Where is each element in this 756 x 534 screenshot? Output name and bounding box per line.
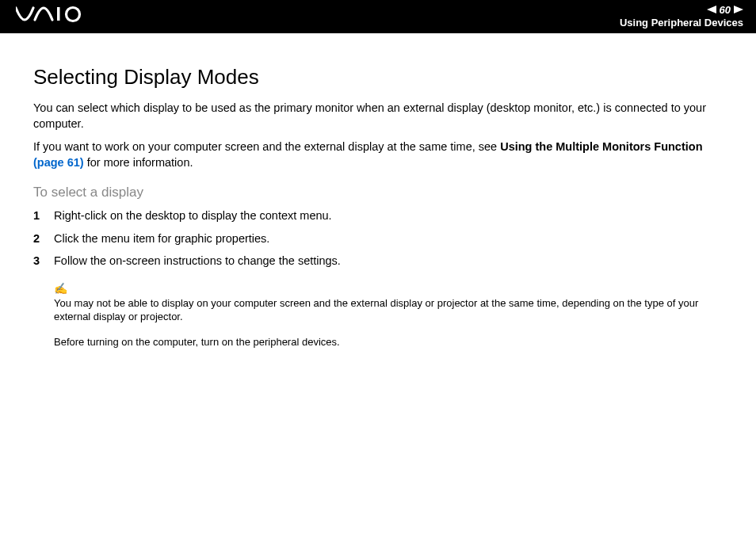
step-number: 2 [33,231,54,247]
step-text: Follow the on-screen instructions to cha… [54,254,341,269]
page-nav: 60 [620,5,743,15]
step-text: Click the menu item for graphic properti… [54,231,269,247]
vaio-logo [16,6,87,28]
note-icon: ✍ [54,282,723,295]
note-text-1: You may not be able to display on your c… [54,296,723,324]
page-title: Selecting Display Modes [33,65,723,90]
svg-rect-0 [57,7,60,21]
note-block: ✍ You may not be able to display on your… [54,282,723,349]
steps-list: 1 Right-click on the desktop to display … [33,208,723,269]
content-area: Selecting Display Modes You can select w… [0,33,756,349]
step-text: Right-click on the desktop to display th… [54,208,332,224]
svg-marker-3 [734,6,743,13]
svg-point-1 [67,8,80,21]
vaio-logo-svg [16,6,87,23]
para2-text-b: for more information. [84,156,193,169]
svg-marker-2 [707,6,716,13]
subtitle: To select a display [33,185,723,200]
step-item: 3 Follow the on-screen instructions to c… [33,254,723,269]
note-text-2: Before turning on the computer, turn on … [54,335,723,349]
step-number: 3 [33,254,54,269]
para2-text-a: If you want to work on your computer scr… [33,140,500,153]
page-number: 60 [720,5,731,15]
intro-paragraph-2: If you want to work on your computer scr… [33,139,723,170]
header-bar: 60 Using Peripheral Devices [0,0,756,33]
section-name: Using Peripheral Devices [620,17,743,29]
step-item: 2 Click the menu item for graphic proper… [33,231,723,247]
page-link[interactable]: (page 61) [33,156,84,169]
header-right: 60 Using Peripheral Devices [620,5,743,29]
step-item: 1 Right-click on the desktop to display … [33,208,723,224]
next-page-arrow-icon[interactable] [734,5,743,15]
step-number: 1 [33,208,54,224]
para2-bold: Using the Multiple Monitors Function [500,140,702,153]
intro-paragraph-1: You can select which display to be used … [33,101,723,132]
prev-page-arrow-icon[interactable] [707,5,716,15]
